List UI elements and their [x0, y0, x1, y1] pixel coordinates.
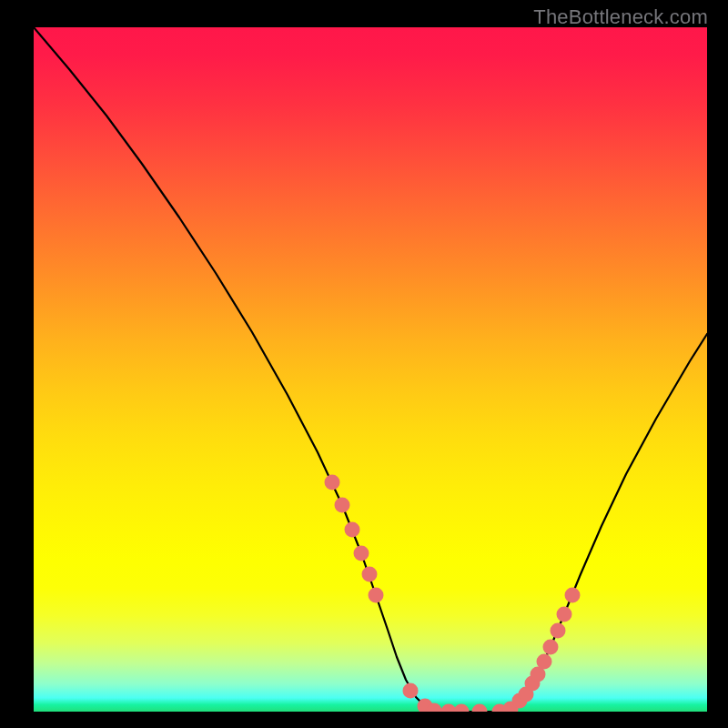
curve-dot [369, 588, 384, 603]
chart-frame: TheBottleneck.com [0, 0, 728, 728]
curve-dot [537, 654, 552, 670]
watermark-text: TheBottleneck.com [533, 5, 708, 29]
curve-dot [335, 498, 350, 513]
plot-area [34, 27, 707, 712]
curve-dot [454, 704, 470, 713]
curve-line [34, 27, 707, 712]
curve-dot [543, 640, 559, 655]
curve-dot [345, 522, 360, 538]
curve-dots [325, 475, 581, 713]
bottleneck-curve [34, 27, 707, 712]
curve-dot [472, 704, 488, 713]
curve-dot [362, 567, 378, 582]
curve-dot [325, 475, 340, 490]
curve-dot [565, 588, 581, 603]
curve-layer [34, 27, 707, 712]
curve-dot [354, 546, 369, 561]
curve-dot [551, 623, 566, 639]
curve-dot [557, 607, 572, 622]
curve-dot [403, 683, 419, 699]
